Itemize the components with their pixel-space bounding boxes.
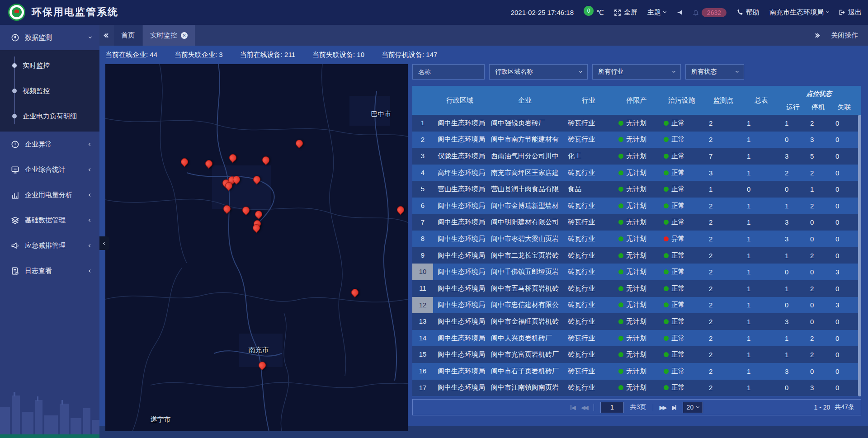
org-dropdown[interactable]: 南充市生态环境局 (769, 8, 829, 17)
table-row[interactable]: 7阆中生态环境局阆中明阳建材有限公司砖瓦行业无计划正常21300 (412, 214, 861, 231)
cell-c-meter: 1 (742, 351, 780, 358)
cell-c-stop: 2 (806, 351, 831, 358)
page-number-input[interactable] (600, 402, 624, 413)
sidebar-item-数据监测[interactable]: 数据监测 (0, 25, 99, 50)
tab-实时监控[interactable]: 实时监控✕ (143, 25, 195, 46)
table-row[interactable]: 3仪陇生态环境局西南油气田分公司川中化工无计划正常71350 (412, 148, 861, 165)
temperature-unit: ℃ (596, 9, 604, 17)
status-dot-green (664, 253, 669, 258)
close-operations-menu[interactable]: 关闭操作 (831, 31, 858, 40)
industry-select[interactable]: 所有行业 (592, 64, 681, 80)
table-row[interactable]: 10阆中生态环境局阆中千佛镇五郎垭页岩砖瓦行业无计划正常21003 (412, 264, 861, 280)
cell-c-company: 阆中千佛镇五郎垭页岩 (486, 268, 563, 276)
sidebar-subitem-实时监控[interactable]: 实时监控 (0, 53, 99, 78)
cell-c-meter: 1 (742, 202, 780, 210)
cell-c-company: 阆中市金博瑞新型墙材 (486, 202, 563, 210)
status-dot-green (618, 336, 623, 341)
status-dot-green (618, 121, 623, 126)
sidebar-item-日志查看[interactable]: 日志查看 (0, 258, 99, 283)
cell-c-lost: 0 (831, 218, 858, 226)
cell-c-industry: 砖瓦行业 (563, 235, 614, 243)
last-page-button[interactable]: ▶ (672, 404, 676, 411)
tabs-scroll-right-button[interactable] (816, 34, 819, 37)
status-dot-green (664, 385, 669, 390)
table-row[interactable]: 16阆中生态环境局阆中市石子页岩机砖厂砖瓦行业无计划正常21300 (412, 363, 861, 380)
menu-group-5: 应急减排管理 (0, 233, 99, 258)
table-row[interactable]: 9阆中生态环境局阆中市二龙长宝页岩砖砖瓦行业无计划正常21120 (412, 247, 861, 264)
table-row[interactable]: 17阆中生态环境局阆中市江南镇阆南页岩砖瓦行业无计划正常21030 (412, 380, 861, 396)
table-row[interactable]: 12阆中生态环境局阆中市忠信建材有限公砖瓦行业无计划正常21003 (412, 297, 861, 314)
table-scrollbar[interactable] (858, 115, 861, 396)
cell-c-facility: 正常 (659, 251, 704, 260)
cell-c-company: 阆中市枣碧大梁山页岩 (486, 235, 563, 243)
table-row[interactable]: 2阆中生态环境局阆中市南方节能建材有砖瓦行业无计划正常21030 (412, 132, 861, 148)
sidebar-item-企业综合统计[interactable]: 企业综合统计 (0, 157, 99, 182)
status-select[interactable]: 所有状态 (685, 64, 744, 80)
status-text: 正常 (671, 218, 685, 226)
table-row[interactable]: 11阆中生态环境局阆中市五马桥页岩机砖砖瓦行业无计划正常21120 (412, 280, 861, 297)
cell-c-points: 2 (704, 318, 742, 325)
first-page-button[interactable]: ◀ (571, 404, 575, 411)
sidebar-item-企业异常[interactable]: 企业异常 (0, 132, 99, 157)
sidebar-item-基础数据管理[interactable]: 基础数据管理 (0, 207, 99, 233)
table-row[interactable]: 15阆中生态环境局阆中市光富页岩机砖厂砖瓦行业无计划正常21120 (412, 346, 861, 363)
table-row[interactable]: 1阆中生态环境局阆中强锐页岩砖厂砖瓦行业无计划正常21120 (412, 115, 861, 132)
sidebar-subitem-视频监控[interactable]: 视频监控 (0, 78, 99, 104)
cell-c-meter: 1 (742, 268, 780, 276)
theme-dropdown[interactable]: 主题 (647, 8, 666, 17)
cell-c-stop: 0 (806, 268, 831, 276)
col-lost: 失联 (831, 99, 858, 115)
cell-c-lost: 0 (831, 235, 858, 243)
table-row[interactable]: 4高坪生态环境局南充市高坪区王家店建砖瓦行业无计划正常31220 (412, 165, 861, 181)
sidebar-item-应急减排管理[interactable]: 应急减排管理 (0, 233, 99, 258)
col-stop: 停机 (806, 99, 831, 115)
sidebar-collapse-toggle[interactable] (99, 236, 109, 250)
sidebar-item-企业用电量分析[interactable]: 企业用电量分析 (0, 182, 99, 207)
sidebar-subitem-label: 企业电力负荷明细 (23, 112, 77, 121)
cell-c-run: 0 (780, 268, 806, 276)
table-row[interactable]: 14阆中生态环境局阆中大兴页岩机砖厂砖瓦行业无计划正常21120 (412, 330, 861, 347)
name-search-field[interactable] (412, 64, 485, 80)
sidebar-subitem-企业电力负荷明细[interactable]: 企业电力负荷明细 (0, 104, 99, 129)
mute-button[interactable] (676, 9, 683, 16)
cell-c-meter: 1 (742, 318, 780, 325)
cell-c-company: 营山县润丰肉食品有限 (486, 185, 563, 193)
prev-page-button[interactable]: ◀◀ (581, 404, 587, 411)
tab-首页[interactable]: 首页 (114, 25, 142, 46)
cell-c-limit: 无计划 (614, 284, 659, 293)
name-search-input[interactable] (418, 68, 479, 75)
cell-c-limit: 无计划 (614, 235, 659, 243)
cell-c-no: 5 (412, 181, 433, 198)
table-header: 行政区域 企业 行业 停限产 治污设施 监测点 总表 点位状态 运行 停机 失联 (412, 86, 861, 115)
table-row[interactable]: 13阆中生态环境局阆中市金福旺页岩机砖砖瓦行业无计划正常21300 (412, 313, 861, 330)
menu-group-6: 日志查看 (0, 258, 99, 283)
status-dot-green (664, 121, 669, 126)
cell-c-no: 7 (412, 214, 433, 231)
cell-c-lost: 0 (831, 185, 858, 193)
bullet-dot-icon (12, 89, 17, 93)
table-row[interactable]: 5营山生态环境局营山县润丰肉食品有限食品无计划正常10010 (412, 181, 861, 198)
cell-c-region: 阆中生态环境局 (433, 251, 486, 260)
table-row[interactable]: 18南部生态环境局南部县砂华水泥有限公建材化工无计划正常60060 (412, 396, 861, 396)
table-row[interactable]: 6阆中生态环境局阆中市金博瑞新型墙材砖瓦行业无计划正常21120 (412, 198, 861, 214)
table-row[interactable]: 8阆中生态环境局阆中市枣碧大梁山页岩砖瓦行业无计划异常21300 (412, 231, 861, 247)
tabs-scroll-left-button[interactable] (106, 34, 109, 37)
sidebar-item-label: 应急减排管理 (25, 241, 84, 250)
chevron-down-icon (89, 35, 92, 38)
help-button[interactable]: 帮助 (736, 8, 760, 17)
notifications[interactable]: 2632 (693, 8, 726, 17)
cell-c-points: 2 (704, 351, 742, 358)
chevron-left-icon (89, 218, 92, 221)
cell-c-run: 0 (780, 136, 806, 143)
cell-c-company: 阆中市忠信建材有限公 (486, 301, 563, 309)
next-page-button[interactable]: ▶▶ (660, 404, 666, 411)
map-panel[interactable]: 巴中市南充市遂宁市 (105, 64, 408, 431)
tab-close-icon[interactable]: ✕ (181, 32, 188, 39)
cell-c-no: 14 (412, 330, 433, 347)
region-select[interactable]: 行政区域名称 (489, 64, 588, 80)
cell-c-no: 11 (412, 280, 433, 297)
status-text: 无计划 (626, 169, 646, 177)
fullscreen-button[interactable]: 全屏 (614, 8, 637, 17)
page-size-select[interactable]: 20 (683, 402, 703, 413)
logout-button[interactable]: 退出 (839, 8, 862, 17)
